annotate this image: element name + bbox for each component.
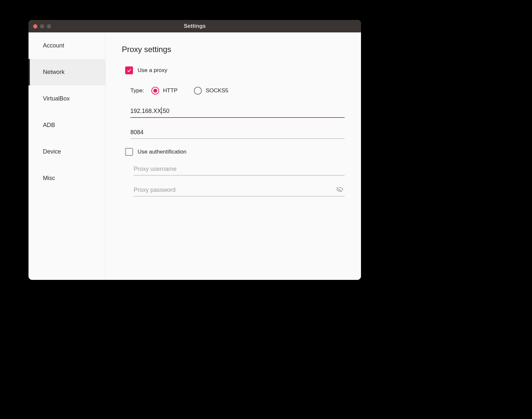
sidebar-item-account[interactable]: Account [28, 32, 105, 59]
proxy-type-label: Type: [130, 87, 144, 94]
proxy-config: Type: HTTP SOCKS5 [130, 87, 345, 139]
window-title: Settings [28, 23, 361, 29]
sidebar-item-label: Account [43, 42, 64, 49]
proxy-port-input[interactable] [130, 127, 345, 139]
use-auth-label: Use authentification [138, 149, 186, 155]
proxy-type-row: Type: HTTP SOCKS5 [130, 87, 345, 95]
minimize-icon[interactable] [40, 24, 44, 28]
radio-label: HTTP [163, 87, 178, 94]
use-auth-row: Use authentification [125, 148, 345, 156]
section-title: Proxy settings [122, 45, 345, 54]
close-icon[interactable] [33, 24, 37, 28]
check-icon [126, 68, 132, 73]
proxy-username-input[interactable] [134, 164, 345, 175]
use-proxy-row: Use a proxy [125, 66, 345, 74]
auth-fields [134, 164, 345, 196]
window-controls [33, 24, 51, 28]
use-proxy-label: Use a proxy [138, 67, 167, 74]
sidebar-item-misc[interactable]: Misc [28, 165, 105, 191]
sidebar-item-device[interactable]: Device [28, 138, 105, 165]
sidebar-item-label: Network [43, 69, 65, 76]
maximize-icon[interactable] [47, 24, 51, 28]
proxy-password-input[interactable] [134, 185, 345, 196]
sidebar-item-adb[interactable]: ADB [28, 112, 105, 138]
settings-window: Settings Account Network VirtualBox ADB … [28, 20, 361, 280]
radio-label: SOCKS5 [206, 87, 228, 94]
sidebar: Account Network VirtualBox ADB Device Mi… [28, 32, 105, 280]
proxy-host-input[interactable] [130, 106, 345, 118]
content-pane: Proxy settings Use a proxy Type: HTTP [105, 32, 361, 280]
radio-icon [151, 87, 159, 95]
proxy-password-field [134, 185, 345, 196]
sidebar-item-label: Misc [43, 175, 55, 182]
use-auth-checkbox[interactable] [125, 148, 133, 156]
eye-off-icon [336, 186, 343, 193]
proxy-host-field [130, 106, 345, 118]
sidebar-item-label: VirtualBox [43, 95, 70, 102]
proxy-username-field [134, 164, 345, 175]
sidebar-item-virtualbox[interactable]: VirtualBox [28, 85, 105, 112]
use-proxy-checkbox[interactable] [125, 66, 133, 74]
sidebar-item-label: Device [43, 148, 61, 155]
radio-icon [194, 87, 202, 95]
auth-block: Use authentification [125, 148, 345, 196]
proxy-port-field [130, 127, 345, 139]
proxy-type-http-radio[interactable]: HTTP [151, 87, 178, 95]
proxy-type-socks5-radio[interactable]: SOCKS5 [194, 87, 228, 95]
titlebar[interactable]: Settings [28, 20, 361, 32]
text-caret [161, 107, 162, 114]
sidebar-item-network[interactable]: Network [28, 59, 105, 85]
sidebar-item-label: ADB [43, 122, 55, 129]
password-visibility-toggle[interactable] [335, 185, 345, 194]
